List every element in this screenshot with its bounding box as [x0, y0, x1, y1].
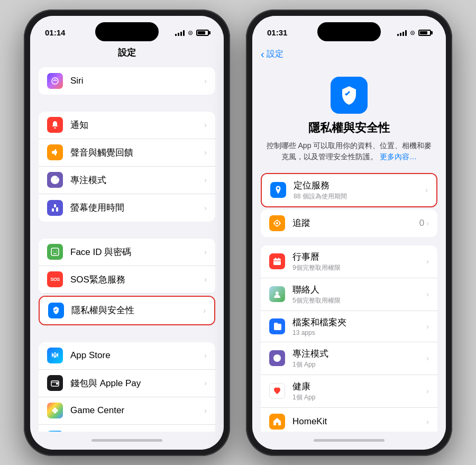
settings-group-privacy-3: 9 行事曆 9個完整取用權限 › 聯絡人 5個完整取用權限 — [261, 245, 437, 432]
list-item-contacts[interactable]: 聯絡人 5個完整取用權限 › — [261, 278, 437, 311]
list-item-calendar[interactable]: 9 行事曆 9個完整取用權限 › — [261, 245, 437, 278]
svg-rect-2 — [52, 208, 54, 212]
privacy-app-header: 隱私權與安全性 控制哪些 App 可以取用你的資料、位置、相機和麥克風，以及管理… — [252, 66, 446, 171]
settings-group-privacy-2: 追蹤 0 › — [261, 209, 437, 237]
appstore-icon: A — [47, 348, 63, 363]
back-nav-2: ‹ 設定 — [252, 42, 446, 66]
wifi-icon-1: ⊜ — [188, 29, 193, 37]
phone-1: 01:14 ⊜ 設定 — [24, 10, 230, 456]
contacts-sublabel: 5個完整取用權限 — [292, 296, 426, 305]
list-item-sos[interactable]: SOS SOS緊急服務 › — [39, 266, 215, 294]
svg-rect-27 — [275, 258, 276, 260]
list-item-notifications[interactable]: 通知 › — [39, 112, 215, 139]
contacts-label: 聯絡人 — [292, 284, 426, 296]
home-indicator-2 — [314, 439, 385, 442]
health-sublabel: 1個 App — [292, 393, 426, 402]
back-label-2: 設定 — [267, 49, 283, 60]
status-time-2: 01:31 — [267, 28, 287, 37]
calendar-sublabel: 9個完整取用權限 — [292, 263, 426, 272]
privacy-app-icon — [331, 77, 368, 114]
battery-icon-1 — [196, 30, 209, 36]
files-sublabel: 13 apps — [292, 329, 426, 336]
sos-icon: SOS — [47, 271, 63, 287]
signal-icon-2 — [397, 30, 407, 36]
homekit-icon — [269, 414, 285, 430]
wifi-icon-2: ⊜ — [410, 29, 415, 37]
list-item-icloud[interactable]: iCloud › — [39, 425, 215, 432]
status-time-1: 01:14 — [45, 28, 65, 37]
list-item-health[interactable]: 健康 1個 App › — [261, 375, 437, 408]
svg-text:A: A — [53, 353, 57, 359]
status-icons-1: ⊜ — [175, 29, 209, 37]
status-icons-2: ⊜ — [397, 29, 431, 37]
focus-privacy-label: 專注模式 — [292, 348, 426, 360]
sounds-label: 聲音與觸覺回饋 — [70, 147, 204, 159]
back-chevron-2: ‹ — [261, 49, 264, 59]
list-item-appstore[interactable]: A App Store › — [39, 342, 215, 370]
page-title-1: 設定 — [118, 48, 136, 58]
privacy-row-highlighted[interactable]: 隱私權與安全性 › — [39, 296, 215, 325]
siri-label: Siri — [70, 76, 204, 86]
svg-rect-9 — [56, 382, 58, 385]
list-item-faceid[interactable]: Face ID 與密碼 › — [39, 239, 215, 266]
signal-icon-1 — [175, 30, 185, 36]
scroll-area-1[interactable]: Siri › 通知 › — [30, 63, 224, 432]
screentime-icon — [47, 200, 63, 216]
scroll-area-2[interactable]: 隱私權與安全性 控制哪些 App 可以取用你的資料、位置、相機和麥克風，以及管理… — [252, 66, 446, 432]
settings-header-1: 設定 — [30, 42, 224, 63]
list-item-tracking[interactable]: 追蹤 0 › — [261, 209, 437, 237]
sos-label: SOS緊急服務 — [70, 273, 204, 286]
privacy-more-link[interactable]: 更多內容… — [380, 152, 417, 161]
dynamic-island-1 — [95, 22, 159, 41]
list-item-gamecenter[interactable]: Game Center › — [39, 397, 215, 425]
privacy-label: 隱私權與安全性 — [71, 304, 203, 316]
back-button-2[interactable]: ‹ 設定 — [261, 47, 437, 62]
list-item-files[interactable]: 檔案和檔案夾 13 apps › — [261, 311, 437, 342]
siri-icon — [47, 73, 63, 89]
svg-point-0 — [52, 78, 58, 84]
focus-privacy-icon — [269, 350, 285, 366]
list-item-privacy[interactable]: 隱私權與安全性 › — [40, 297, 214, 324]
gamecenter-icon — [47, 403, 63, 418]
focus-icon — [47, 172, 63, 188]
files-label: 檔案和檔案夾 — [292, 316, 426, 329]
privacy-section-title: 隱私權與安全性 — [308, 120, 390, 136]
privacy-icon — [48, 303, 64, 318]
list-item-focus-privacy[interactable]: 專注模式 1個 App › — [261, 342, 437, 375]
svg-point-20 — [276, 222, 278, 224]
location-sublabel: 88 個設為使用期間 — [294, 192, 425, 201]
location-label: 定位服務 — [294, 179, 425, 192]
screentime-label: 螢幕使用時間 — [70, 202, 204, 214]
list-item-siri[interactable]: Siri › — [39, 67, 215, 95]
notifications-icon — [47, 117, 63, 133]
settings-group-1: 通知 › 聲音與觸覺回饋 › 專注模式 › — [39, 112, 215, 222]
health-icon — [269, 383, 285, 399]
home-indicator-1 — [91, 439, 162, 442]
list-item-homekit[interactable]: HomeKit › — [261, 408, 437, 432]
svg-point-30 — [276, 291, 279, 295]
list-item-focus[interactable]: 專注模式 › — [39, 167, 215, 194]
appstore-label: App Store — [70, 350, 204, 361]
list-item-screentime[interactable]: 螢幕使用時間 › — [39, 194, 215, 222]
files-icon — [269, 318, 285, 334]
calendar-icon: 9 — [269, 253, 285, 269]
tracking-value: 0 — [419, 218, 424, 229]
battery-icon-2 — [418, 30, 431, 36]
gamecenter-label: Game Center — [70, 405, 204, 416]
focus-label: 專注模式 — [70, 174, 204, 186]
settings-group-3: A App Store › 錢包與 Apple Pay › — [39, 342, 215, 432]
dynamic-island-2 — [317, 22, 381, 41]
svg-point-14 — [54, 411, 57, 414]
location-row-highlighted[interactable]: 定位服務 88 個設為使用期間 › — [261, 173, 437, 207]
list-item-location[interactable]: 定位服務 88 個設為使用期間 › — [262, 174, 436, 206]
faceid-icon — [47, 244, 63, 260]
health-label: 健康 — [292, 380, 426, 393]
svg-rect-28 — [278, 258, 279, 260]
list-item-sounds[interactable]: 聲音與觸覺回饋 › — [39, 139, 215, 167]
contacts-icon — [269, 286, 285, 302]
wallet-icon — [47, 375, 63, 391]
tracking-icon — [269, 215, 285, 231]
settings-group-2-wrap: Face ID 與密碼 › SOS SOS緊急服務 › — [39, 239, 215, 325]
list-item-wallet[interactable]: 錢包與 Apple Pay › — [39, 370, 215, 397]
location-icon — [270, 182, 286, 198]
